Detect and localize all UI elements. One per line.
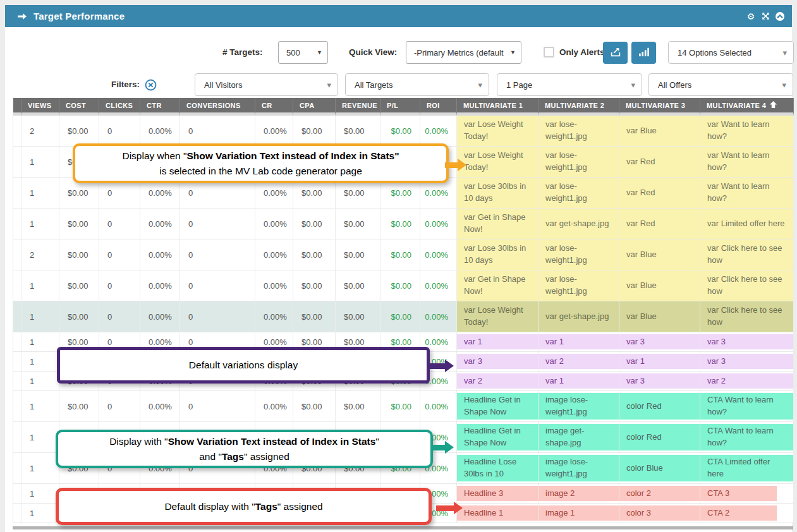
- callout-teal: Display with "Show Variation Text instea…: [56, 430, 433, 468]
- chevron-down-icon: ▼: [317, 49, 322, 56]
- cell-pl: $0.00: [380, 301, 420, 332]
- column-header-multivariate-1[interactable]: MULTIVARIATE 1: [457, 98, 538, 116]
- cell-multivariate-3: var Red: [619, 209, 700, 239]
- table-row[interactable]: 1$0.0000.00%00.00%$0.00$0.00$0.000.00%va…: [13, 301, 794, 332]
- cell-views: 2: [21, 239, 59, 270]
- cell-clicks: 0: [99, 116, 140, 147]
- cell-multivariate-2: var lose-weight1.jpg: [538, 239, 619, 270]
- cell-revenue: $0.00: [336, 391, 380, 422]
- cell-views: 1: [21, 270, 59, 301]
- cell-conversions: 0: [180, 270, 255, 301]
- cell-cost: $0.00: [59, 116, 99, 147]
- table-row[interactable]: 1$0.0000.00%00.00%$0.00$0.00$0.000.00%va…: [13, 209, 794, 239]
- window-controls: ⚙: [746, 5, 784, 27]
- cell-multivariate-4: CTA Limited offer here: [700, 453, 794, 484]
- cell-pl: $0.00: [380, 209, 420, 239]
- cell-multivariate-2: var lose-weight1.jpg: [538, 270, 619, 301]
- cell-multivariate-2: image lose-weight1.jpg: [538, 453, 619, 484]
- row-spacer-cell: [13, 453, 21, 484]
- collapse-circle-icon[interactable]: [776, 12, 784, 21]
- cell-clicks: 0: [99, 239, 140, 270]
- column-header-cpa[interactable]: CPA: [293, 98, 336, 116]
- table-bottom-strip: [13, 526, 793, 529]
- targets-select[interactable]: 500 ▼: [278, 41, 328, 64]
- export-button[interactable]: [603, 42, 628, 64]
- column-header-multivariate-3[interactable]: MULTIVARIATE 3: [619, 98, 700, 116]
- table-row[interactable]: 1$0.0000.00%00.00%$0.00$0.00$0.000.00%va…: [13, 270, 794, 301]
- cell-multivariate-1: Headline 1: [457, 504, 538, 523]
- cell-roi: 0.00%: [420, 209, 457, 239]
- cell-ctr: 0.00%: [140, 391, 180, 422]
- cell-multivariate-1: var Lose 30lbs in 10 days: [457, 178, 538, 209]
- row-spacer-cell: [13, 391, 21, 422]
- column-header-cost[interactable]: COST: [59, 98, 99, 116]
- cell-multivariate-2: var lose-weight1.jpg: [538, 147, 619, 178]
- table-row[interactable]: 2$0.0000.00%00.00%$0.00$0.00$0.000.00%va…: [13, 239, 794, 270]
- cell-multivariate-3: var 1: [619, 352, 700, 372]
- options-selected-dropdown[interactable]: 14 Options Selected ▾: [668, 41, 794, 64]
- pages-filter-dropdown[interactable]: 1 Page ▾: [497, 73, 642, 96]
- callout-text-line: is selected in the MV Lab code generator…: [159, 164, 362, 178]
- column-header-multivariate-2[interactable]: MULTIVARIATE 2: [538, 98, 619, 116]
- visitors-filter-dropdown[interactable]: All Visitors ▾: [195, 73, 338, 96]
- cell-cr: 0.00%: [255, 116, 293, 147]
- filters-label: Filters:: [111, 73, 140, 96]
- callout-text-line: and "Tags" assigned: [199, 449, 289, 464]
- fullscreen-icon[interactable]: [761, 12, 770, 21]
- cell-pl: $0.00: [380, 116, 420, 147]
- row-spacer-cell: [13, 372, 21, 391]
- cell-cr: 0.00%: [255, 239, 293, 270]
- column-header-clicks[interactable]: CLICKS: [99, 98, 140, 116]
- cell-multivariate-4: CTA Want to learn how?: [700, 391, 794, 422]
- targets-filter-dropdown[interactable]: All Targets ▾: [345, 73, 489, 96]
- column-header-roi[interactable]: ROI: [420, 98, 457, 116]
- column-header-cr[interactable]: CR: [255, 98, 293, 116]
- cell-multivariate-1: Headline Lose 30lbs in 10: [457, 453, 538, 484]
- chevron-down-icon: ▾: [478, 80, 482, 90]
- cell-conversions: 0: [180, 391, 255, 422]
- column-header-multivariate-4[interactable]: MULTIVARIATE 4: [700, 98, 794, 116]
- row-spacer-cell: [13, 484, 21, 504]
- cell-clicks: 0: [99, 391, 140, 422]
- cell-revenue: $0.00: [336, 270, 380, 301]
- cell-cpa: $0.00: [293, 116, 336, 147]
- column-header-p-l[interactable]: P/L: [380, 98, 420, 116]
- cell-multivariate-3: var Blue: [619, 270, 700, 301]
- callout-purple-arrow-icon: [430, 360, 454, 372]
- cell-clicks: 0: [99, 209, 140, 239]
- arrow-right-icon: [18, 13, 28, 20]
- cell-multivariate-4: var Click here to see how: [700, 301, 794, 332]
- cell-cost: $0.00: [59, 391, 99, 422]
- column-header-conversions[interactable]: CONVERSIONS: [180, 98, 255, 116]
- cell-multivariate-1: var Lose Weight Today!: [457, 147, 538, 178]
- table-row[interactable]: 2$0.0000.00%00.00%$0.00$0.00$0.000.00%va…: [13, 116, 794, 147]
- cell-revenue: $0.00: [336, 209, 380, 239]
- cell-views: 1: [21, 422, 59, 453]
- cell-multivariate-3: color 3: [619, 504, 700, 523]
- only-alerts-checkbox[interactable]: [544, 47, 554, 57]
- cell-multivariate-2: var lose-weight1.jpg: [538, 178, 619, 209]
- cell-views: 1: [21, 332, 59, 352]
- cell-multivariate-2: var 1: [538, 332, 619, 352]
- cell-multivariate-2: var get-shape.jpg: [538, 209, 619, 239]
- cell-multivariate-1: var Lose 30lbs in 10 days: [457, 239, 538, 270]
- cell-roi: 0.00%: [420, 116, 457, 147]
- cell-multivariate-1: var 3: [457, 352, 538, 372]
- cell-multivariate-2: var 2: [538, 352, 619, 372]
- chevron-down-icon: ▾: [631, 80, 635, 90]
- chart-button[interactable]: [631, 42, 656, 64]
- offers-filter-dropdown[interactable]: All Offers ▾: [648, 73, 793, 96]
- column-header-ctr[interactable]: CTR: [140, 98, 180, 116]
- cell-multivariate-4: CTA 2: [700, 504, 794, 523]
- circle-x-icon[interactable]: [145, 79, 157, 91]
- cell-multivariate-1: var Get in Shape Now!: [457, 209, 538, 239]
- cell-multivariate-3: var Red: [619, 178, 700, 209]
- cell-multivariate-2: var 1: [538, 372, 619, 391]
- cell-clicks: 0: [99, 301, 140, 332]
- column-header-views[interactable]: VIEWS: [21, 98, 59, 116]
- cell-ctr: 0.00%: [140, 239, 180, 270]
- quick-view-select[interactable]: -Primary Metrics (default ▼: [406, 41, 521, 64]
- column-header-revenue[interactable]: REVENUE: [336, 98, 380, 116]
- gear-icon[interactable]: ⚙: [746, 12, 755, 21]
- table-row[interactable]: 1$0.0000.00%00.00%$0.00$0.00$0.000.00%He…: [13, 391, 794, 422]
